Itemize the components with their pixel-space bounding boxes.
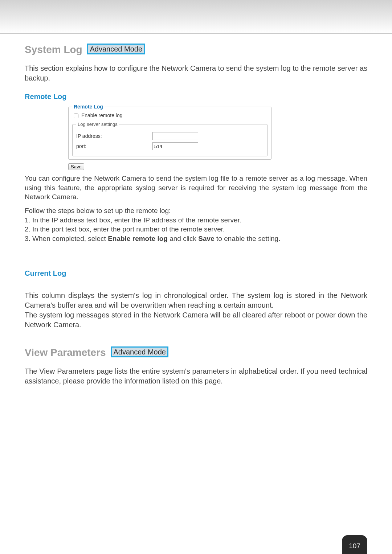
enable-remote-log-row: Enable remote log xyxy=(72,112,268,119)
remote-log-steps: Follow the steps below to set up the rem… xyxy=(25,206,367,243)
view-parameters-intro: The View Parameters page lists the entir… xyxy=(25,366,367,386)
view-parameters-heading: View Parameters Advanced Mode xyxy=(25,346,367,358)
step3-bold1: Enable remote log xyxy=(108,235,168,242)
step-2: 2. In the port text box, enter the port … xyxy=(25,225,367,234)
step3-pre: 3. When completed, select xyxy=(25,235,108,242)
current-log-p1: This column displays the system's log in… xyxy=(25,291,367,310)
step-1: 1. In the IP address text box, enter the… xyxy=(25,216,367,225)
remote-log-fieldset: Remote Log Enable remote log Log server … xyxy=(68,104,271,160)
remote-log-panel: Remote Log Enable remote log Log server … xyxy=(68,104,271,170)
page-content: System Log Advanced Mode This section ex… xyxy=(25,0,367,386)
steps-intro: Follow the steps below to set up the rem… xyxy=(25,206,367,216)
port-input[interactable] xyxy=(152,142,198,150)
system-log-intro: This section explains how to configure t… xyxy=(25,63,367,83)
document-page: System Log Advanced Mode This section ex… xyxy=(0,0,392,554)
page-number-tab: 107 xyxy=(342,535,367,554)
page-number: 107 xyxy=(349,542,360,550)
port-row: port: xyxy=(76,142,264,150)
step-3: 3. When completed, select Enable remote … xyxy=(25,234,367,243)
port-label: port: xyxy=(76,143,152,149)
enable-remote-log-label: Enable remote log xyxy=(81,112,123,118)
log-server-settings-fieldset: Log server settings IP address: port: xyxy=(72,122,268,156)
current-log-heading: Current Log xyxy=(25,269,367,278)
ip-address-input[interactable] xyxy=(152,132,198,140)
ip-address-row: IP address: xyxy=(76,132,264,140)
ip-address-label: IP address: xyxy=(76,133,152,139)
step3-post: to enable the setting. xyxy=(215,235,281,242)
current-log-p2: The system log messages stored in the Ne… xyxy=(25,310,367,330)
step3-bold2: Save xyxy=(198,235,214,242)
advanced-mode-badge-2: Advanced Mode xyxy=(111,346,168,357)
remote-log-heading: Remote Log xyxy=(25,93,367,101)
log-server-settings-legend: Log server settings xyxy=(76,122,119,127)
system-log-title: System Log xyxy=(25,44,82,55)
remote-log-fieldset-legend: Remote Log xyxy=(72,104,105,110)
save-button[interactable]: Save xyxy=(68,163,84,170)
system-log-heading: System Log Advanced Mode xyxy=(25,44,367,56)
view-parameters-title: View Parameters xyxy=(25,347,106,358)
remote-log-description: You can configure the Network Camera to … xyxy=(25,174,367,202)
enable-remote-log-checkbox[interactable] xyxy=(74,114,78,118)
step3-mid: and click xyxy=(168,235,198,242)
advanced-mode-badge: Advanced Mode xyxy=(87,44,145,54)
